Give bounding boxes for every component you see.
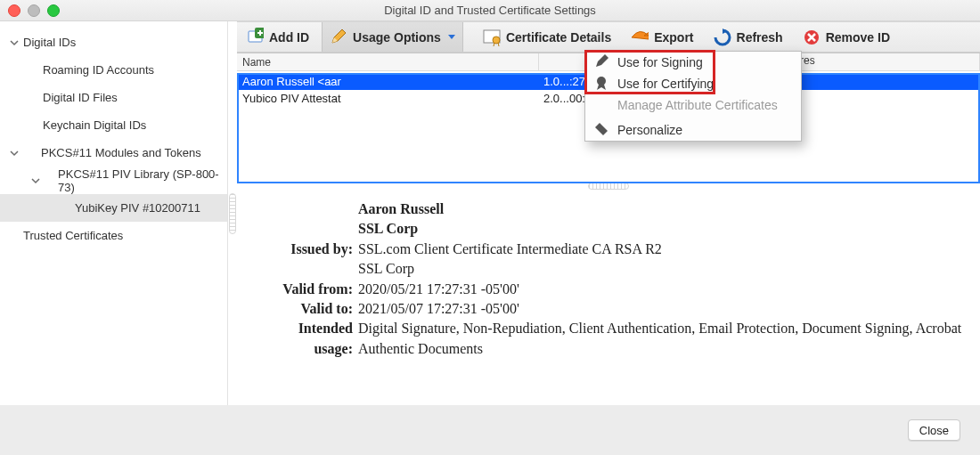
window-close-button[interactable] [8, 4, 20, 17]
menu-item-use-for-signing[interactable]: Use for Signing [585, 52, 801, 73]
detail-owner-org: SSL Corp [358, 219, 962, 239]
tree-label: PKCS#11 Modules and Tokens [23, 146, 201, 159]
menu-item-label: Use for Certifying [617, 77, 714, 91]
close-button[interactable]: Close [908, 419, 960, 441]
tree-label: PKCS#11 PIV Library (SP-800-73) [44, 167, 227, 194]
toolbar-label: Usage Options [353, 30, 441, 45]
cell-name: Aaron Russell <aar [237, 73, 538, 90]
menu-item-label: Use for Signing [617, 55, 703, 69]
svg-point-5 [597, 77, 606, 85]
certificate-details-pane: Aaron Russell SSL Corp Issued by:SSL.com… [237, 191, 980, 359]
window-zoom-button[interactable] [47, 4, 60, 17]
pen-icon [594, 54, 608, 71]
add-id-button[interactable]: Add ID [246, 22, 309, 52]
add-id-icon [246, 28, 264, 46]
svg-point-3 [493, 37, 500, 44]
usage-options-menu: Use for Signing Use for Certifying Manag… [584, 51, 802, 142]
tree-item-pkcs11-lib[interactable]: PKCS#11 PIV Library (SP-800-73) [0, 167, 227, 194]
certificate-icon [483, 28, 501, 46]
refresh-button[interactable]: Refresh [714, 22, 783, 52]
main-panel: Add ID Usage Options Certificate Details [237, 21, 980, 406]
window-controls [8, 4, 60, 17]
tree-label: Digital ID Files [43, 91, 118, 104]
menu-item-manage-attribute-certs: Manage Attribute Certificates [585, 94, 801, 116]
tree-label: Roaming ID Accounts [43, 63, 154, 77]
menu-item-label: Personalize [617, 123, 682, 137]
toolbar-label: Certificate Details [506, 30, 611, 45]
toolbar-label: Export [654, 30, 693, 45]
tag-icon [594, 122, 608, 139]
tree-label: Keychain Digital IDs [43, 118, 146, 132]
detail-owner-name: Aaron Russell [358, 199, 962, 219]
sidebar-resize-handle[interactable] [228, 21, 237, 406]
tree-item-yubikey[interactable]: YubiKey PIV #10200711 [0, 194, 227, 222]
tree-item-trusted-certs[interactable]: Trusted Certificates [0, 222, 227, 249]
window-title: Digital ID and Trusted Certificate Setti… [384, 4, 596, 17]
certificate-details-button[interactable]: Certificate Details [483, 22, 611, 52]
tree-item-keychain[interactable]: Keychain Digital IDs [0, 111, 227, 139]
chevron-down-icon [27, 175, 44, 186]
pencil-icon [330, 28, 347, 46]
refresh-icon [714, 28, 731, 46]
dialog-footer: Close [0, 405, 980, 455]
cell-name: Yubico PIV Attestat [237, 90, 538, 107]
toolbar: Add ID Usage Options Certificate Details [237, 21, 980, 53]
tree-label: Digital IDs [23, 36, 76, 49]
tree-item-digital-ids[interactable]: Digital IDs [0, 28, 227, 56]
label-valid-to: Valid to: [264, 299, 358, 319]
ribbon-icon [594, 76, 608, 93]
toolbar-label: Remove ID [826, 30, 890, 45]
detail-issued-by-org: SSL Corp [358, 259, 962, 279]
remove-id-button[interactable]: Remove ID [803, 22, 890, 52]
close-button-label: Close [919, 424, 949, 437]
toolbar-label: Refresh [737, 30, 783, 45]
tree-item-pkcs11[interactable]: PKCS#11 Modules and Tokens [0, 139, 227, 167]
menu-item-use-for-certifying[interactable]: Use for Certifying [585, 73, 801, 94]
label-valid-from: Valid from: [264, 280, 358, 299]
detail-intended-usage: Digital Signature, Non-Repudiation, Clie… [358, 319, 962, 359]
detail-issued-by-ca: SSL.com Client Certificate Intermediate … [358, 240, 962, 259]
window-minimize-button[interactable] [28, 4, 40, 17]
tree-label: YubiKey PIV #10200711 [75, 201, 200, 215]
remove-icon [803, 28, 821, 46]
titlebar: Digital ID and Trusted Certificate Setti… [0, 0, 980, 21]
dropdown-arrow-icon [448, 35, 455, 39]
label-intended-usage: Intended usage: [264, 319, 358, 359]
column-header-name[interactable]: Name [237, 53, 539, 70]
tree-item-files[interactable]: Digital ID Files [0, 84, 227, 111]
column-header-expires-fragment: res [800, 54, 815, 67]
toolbar-label: Add ID [269, 30, 309, 45]
export-icon [631, 28, 649, 46]
chevron-down-icon [5, 37, 23, 48]
usage-options-button[interactable]: Usage Options [322, 22, 463, 52]
tree-item-roaming[interactable]: Roaming ID Accounts [0, 56, 227, 84]
sidebar: Digital IDs Roaming ID Accounts Digital … [0, 21, 228, 406]
menu-item-label: Manage Attribute Certificates [617, 98, 778, 112]
export-button[interactable]: Export [631, 22, 693, 52]
chevron-down-icon [5, 148, 23, 158]
menu-item-personalize[interactable]: Personalize [585, 119, 801, 141]
label-issued-by: Issued by: [264, 240, 358, 259]
detail-valid-to: 2021/05/07 17:27:31 -05'00' [358, 299, 962, 319]
detail-valid-from: 2020/05/21 17:27:31 -05'00' [358, 280, 962, 299]
tree-label: Trusted Certificates [23, 229, 123, 242]
